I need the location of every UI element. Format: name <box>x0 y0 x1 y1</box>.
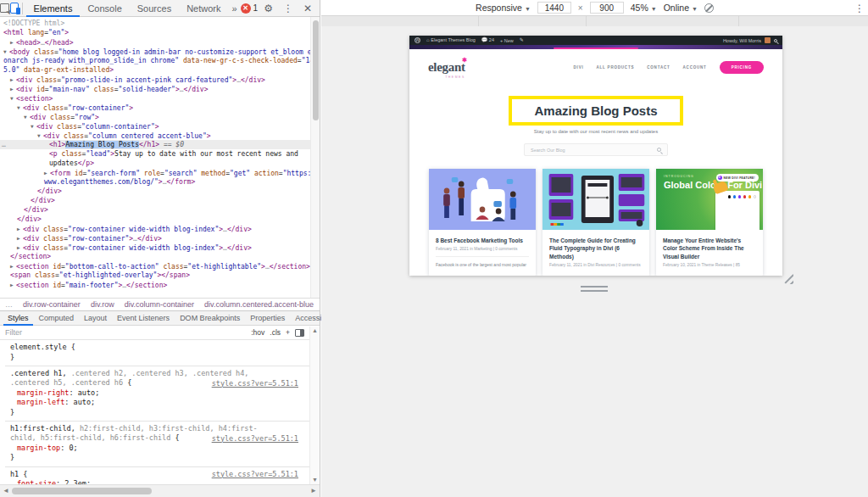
close-devtools-icon[interactable]: ✕ <box>299 3 316 14</box>
tab-layout[interactable]: Layout <box>80 310 111 326</box>
dom-tree-line[interactable]: <p class="lead">Stay up to date with our… <box>0 149 310 159</box>
tab-properties[interactable]: Properties <box>246 310 289 326</box>
css-rules-line[interactable]: margin-top: 0; <box>5 444 310 454</box>
dom-tree-line[interactable]: ▼<div class="row"> <box>0 112 310 121</box>
device-toolbar-menu-icon[interactable]: ⋮ <box>854 3 865 14</box>
scroll-up-arrow[interactable]: ▲ <box>310 327 320 335</box>
viewport-height-input[interactable] <box>590 2 624 14</box>
post-title[interactable]: The Complete Guide for Creating Fluid Ty… <box>549 237 643 260</box>
error-badge[interactable]: ✕ 1 <box>241 3 259 14</box>
class-toggle[interactable]: .cls <box>270 328 281 337</box>
css-rules-line[interactable]: .centered h1, .centered h2, .centered h3… <box>5 366 310 378</box>
dom-tree-line[interactable]: ▶<form id="search-form" role="search" me… <box>0 168 310 177</box>
tab-console[interactable]: Console <box>80 0 129 17</box>
dom-tree-line[interactable]: updates</p> <box>0 159 310 168</box>
tab-sources[interactable]: Sources <box>130 0 179 17</box>
dom-tree-line[interactable]: ▶<div class="row-container wide-width bl… <box>0 224 310 233</box>
elements-scrollbar[interactable] <box>310 17 320 298</box>
device-type-select[interactable]: Responsive▼ <box>476 3 531 13</box>
css-rules-line[interactable]: .centered h5, .centered h6 { <box>5 378 310 388</box>
nav-item-divi[interactable]: DIVI <box>574 65 584 70</box>
dom-tree-line[interactable]: ▼<div class="column centered accent-blue… <box>0 131 310 140</box>
css-rules-line[interactable]: margin-right: auto; <box>5 388 310 399</box>
blog-card-global-colors[interactable]: INTRODUCING Global Colors For Divi D NEW… <box>656 169 763 276</box>
breadcrumb-overflow-left[interactable]: … <box>5 300 13 309</box>
css-rules-line[interactable]: child, h5:first-child, h6:first-child { <box>5 433 310 444</box>
dom-tree-line[interactable]: <!DOCTYPE html> <box>0 19 310 28</box>
settings-gear-icon[interactable]: ⚙ <box>259 3 277 14</box>
network-throttle-select[interactable]: Online▼ <box>664 3 698 13</box>
styles-scrollbar[interactable]: ▲ ▼ <box>309 327 320 484</box>
dom-tree-line[interactable]: ▶<div class="row-container wide-width bl… <box>0 243 310 252</box>
dom-tree-line[interactable]: ▶<div class="promo-slide-in accent-pink … <box>0 75 310 84</box>
dom-tree-line[interactable]: </div> <box>0 205 310 215</box>
dom-tree-line[interactable]: ▼<div class="row-container"> <box>0 103 310 112</box>
css-rules-line[interactable]: h1:first-child, h2:first-child, h3:first… <box>5 421 310 433</box>
zoom-select[interactable]: 45%▼ <box>631 3 657 13</box>
dom-tree-line[interactable]: ▶<section id="main-footer">…</section> <box>0 280 310 289</box>
admin-bar-howdy[interactable]: Howdy, Will Morris <box>723 38 761 43</box>
wordpress-logo-icon[interactable]: W <box>415 37 420 43</box>
nav-item-account[interactable]: ACCOUNT <box>683 65 707 70</box>
css-rules-line[interactable]: h1 {style.css?ver=5.51:1 <box>5 466 310 479</box>
scroll-right-arrow[interactable]: ► <box>310 487 317 494</box>
dom-tree-line[interactable]: onarch js-ready with_promo_slide_in chro… <box>0 56 310 65</box>
dom-tree-line[interactable]: ▼<div class="column-container"> <box>0 121 310 131</box>
tab-elements[interactable]: Elements <box>26 0 81 17</box>
dom-tree-line[interactable]: ▶<div class="row-container">…</div> <box>0 233 310 243</box>
tab-network[interactable]: Network <box>179 0 228 17</box>
styles-horizontal-scrollbar[interactable]: ◄ ► <box>0 484 320 497</box>
admin-search-icon[interactable] <box>774 39 777 42</box>
media-query-bar[interactable] <box>321 16 868 26</box>
throttling-icon[interactable] <box>704 3 714 13</box>
dom-tree[interactable]: <!DOCTYPE html><html lang="en">▶<head>…<… <box>0 17 310 298</box>
tab-event-listeners[interactable]: Event Listeners <box>113 310 174 326</box>
inspect-element-button[interactable] <box>0 0 9 17</box>
styles-filter-input[interactable] <box>5 327 246 338</box>
computed-sidebar-toggle-icon[interactable] <box>295 329 304 337</box>
post-title[interactable]: Manage Your Entire Website's Color Schem… <box>663 237 756 260</box>
admin-bar-comments[interactable]: 💬 24 <box>481 36 494 45</box>
dom-tree-line[interactable]: 5.0" data-gr-ext-installed> <box>0 65 310 75</box>
dom-tree-line[interactable]: </div> <box>0 187 310 196</box>
dom-tree-line[interactable]: <span class="et-highlighted-overlay"></s… <box>0 271 310 280</box>
css-rules-line[interactable]: } <box>5 408 310 418</box>
dom-tree-line[interactable]: </div> <box>0 215 310 224</box>
dom-tree-line[interactable]: </div> <box>0 196 310 205</box>
devtools-menu-icon[interactable]: ⋮ <box>279 3 298 14</box>
breadcrumb-item[interactable]: div.column.centered.accent-blue <box>204 300 314 309</box>
css-rules[interactable]: element.style {}.centered h1, .centered … <box>0 340 310 484</box>
dom-tree-line[interactable]: www.elegantthemes.com/blog/">…</form> <box>0 177 310 187</box>
dom-tree-line[interactable]: <html lang="en"> <box>0 28 310 37</box>
tab-dom-breakpoints[interactable]: DOM Breakpoints <box>175 310 244 326</box>
breadcrumb-item[interactable]: div.row <box>91 300 114 309</box>
blog-card-facebook-tools[interactable]: 8 Best Facebook Marketing Tools February… <box>429 169 536 276</box>
dom-tree-line[interactable]: ▶<div id="main-nav" class="solid-header"… <box>0 84 310 93</box>
dom-tree-line[interactable]: ▶<head>…</head> <box>0 37 310 47</box>
viewport-width-input[interactable] <box>537 2 571 14</box>
blog-card-fluid-typography[interactable]: The Complete Guide for Creating Fluid Ty… <box>542 169 649 276</box>
dom-tree-line[interactable]: ▶<section id="bottom-call-to-action" cla… <box>0 261 310 271</box>
horizontal-scrollbar-thumb[interactable] <box>12 488 152 494</box>
css-rules-line[interactable]: } <box>5 453 310 463</box>
dom-tree-line[interactable]: </section> <box>0 252 310 261</box>
css-rules-line[interactable]: } <box>5 353 310 363</box>
nav-item-all-products[interactable]: ALL PRODUCTS <box>596 65 634 70</box>
admin-bar-new-button[interactable]: + New <box>500 38 514 43</box>
dom-tree-line[interactable]: ▼<section> <box>0 93 310 103</box>
breadcrumb-item[interactable]: div.column-container <box>125 300 194 309</box>
dom-tree-line[interactable]: ▼<body class="home blog logged-in admin-… <box>0 47 310 56</box>
blog-search-input[interactable]: Search Our Blog <box>524 143 668 156</box>
pricing-button[interactable]: PRICING <box>720 61 764 74</box>
post-title[interactable]: 8 Best Facebook Marketing Tools <box>436 237 529 244</box>
hover-state-toggle[interactable]: :hov <box>251 328 264 337</box>
elements-scrollbar-thumb[interactable] <box>313 20 319 120</box>
edit-icon[interactable]: ✎ <box>520 36 524 45</box>
scroll-left-arrow[interactable]: ◄ <box>3 487 9 494</box>
css-rules-line[interactable]: element.style { <box>5 343 310 353</box>
tab-computed[interactable]: Computed <box>35 310 79 326</box>
more-tabs-button[interactable]: » <box>228 3 240 14</box>
elegant-themes-logo[interactable]: elegant ✱ THEMES <box>428 60 465 75</box>
nav-item-contact[interactable]: CONTACT <box>647 65 670 70</box>
tab-styles[interactable]: Styles <box>3 310 33 326</box>
